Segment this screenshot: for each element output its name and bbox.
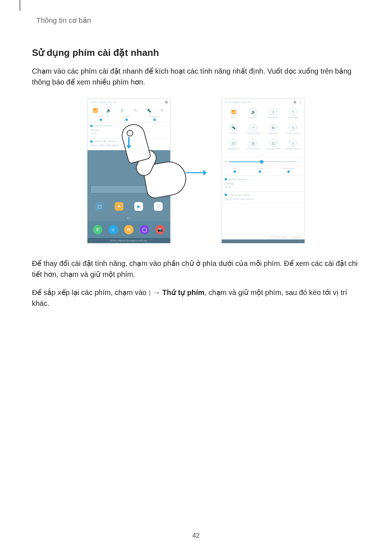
home-dock-row-1: ▢ ✶ ▶ ⠿ [87, 198, 170, 214]
gear-icon[interactable] [165, 100, 168, 104]
airplane-icon[interactable]: ✈ [160, 108, 165, 113]
qs-tile[interactable]: ฿Bluetooth [263, 107, 283, 122]
qs-label: Bluetooth [150, 115, 159, 121]
wifi-icon: 📶 [230, 108, 237, 115]
qs-tile[interactable]: ▣Flashlight [263, 122, 283, 138]
quick-settings-row: 📶 🔊 ฿ ↻ 🔦 ✈ [87, 105, 170, 115]
slider-track[interactable] [229, 161, 297, 162]
nfc-icon: ▦ [250, 139, 257, 147]
qs-tile[interactable]: 🔊Sound [243, 107, 263, 122]
qs-tile[interactable]: 🔦Vibrate [223, 122, 243, 138]
wifi-icon[interactable]: 📶 [93, 108, 98, 113]
slider-knob[interactable] [260, 160, 264, 164]
qs-label: Sound [124, 115, 130, 121]
bluetooth-icon[interactable]: ฿ [120, 108, 125, 113]
home-screen-area: ▢ ✶ ▶ ⠿ • ○ ✆ ☺ ✉ ◯ 📷 SOS or Telecom Eme… [87, 150, 170, 243]
bluetooth-icon: ฿ [270, 108, 277, 115]
qs-tile[interactable]: ⇅Power saving [283, 122, 303, 138]
quick-settings-grid: 📶Wi-Fi 🔊Sound ฿Bluetooth ↻Auto rotate 🔦V… [222, 105, 305, 153]
sim-card[interactable]: Wi-Fi [232, 167, 237, 173]
sim-card[interactable]: Sound [257, 167, 263, 173]
page-indicator: • ○ [87, 214, 170, 221]
rotate-icon[interactable]: ↻ [133, 108, 138, 113]
section-title: Sử dụng phím cài đặt nhanh [32, 47, 360, 58]
qs-tile[interactable]: 📶Wi-Fi [223, 107, 243, 122]
rotate-icon: ↻ [290, 108, 297, 115]
mobile-data-icon: ⇅ [290, 124, 297, 131]
location-icon: ◎ [290, 139, 297, 147]
contacts-app-icon[interactable]: ☺ [109, 225, 118, 234]
performance-icon: ▤ [230, 139, 237, 147]
gear-icon[interactable] [293, 100, 297, 104]
touch-point-icon [127, 130, 133, 136]
page-number: 42 [0, 532, 392, 539]
sound-icon: 🔊 [250, 108, 257, 115]
chevron-down-icon[interactable]: ⌄ [299, 160, 302, 163]
phone-after: 12:45 | Wed, July 19 📶Wi-Fi 🔊Sound ฿Blue… [221, 98, 305, 243]
page-tab-edge [20, 0, 20, 11]
sim-card[interactable]: Mobile data [283, 167, 294, 173]
breadcrumb: Thông tin cơ bản [32, 9, 360, 25]
app-icon[interactable]: ▶ [134, 202, 143, 211]
intro-paragraph: Chạm vào các phím cài đặt nhanh để kích … [32, 66, 360, 87]
sim-cards-row: Wi-Fi Sound Mobile data [222, 166, 305, 176]
browser-app-icon[interactable]: ◯ [140, 225, 149, 234]
brightness-icon: ☀ [225, 160, 227, 163]
quick-settings-labels: Wi-Fi Sound Bluetooth [87, 115, 170, 123]
grid-page-indicator: • ○ [222, 153, 305, 157]
status-bar: 12:45 | Wed, July 19 [222, 99, 305, 105]
finder-search[interactable] [90, 185, 167, 193]
more-icon [149, 291, 150, 295]
messages-app-icon[interactable]: ✉ [124, 225, 134, 234]
home-dock-row-2: ✆ ☺ ✉ ◯ 📷 [87, 221, 170, 238]
qs-tile[interactable]: ↻Auto rotate [283, 107, 303, 122]
flashlight-icon[interactable]: 🔦 [146, 108, 151, 113]
notification-2[interactable]: USB for file transfer Tap for other USB … [222, 192, 305, 204]
notification-1[interactable]: Android System⌄ Meeting 10:30 [222, 176, 305, 192]
brightness-slider[interactable]: ☀ ⌄ [222, 157, 305, 166]
status-time: 12:45 | Wed, July 19 [90, 100, 116, 104]
qs-tile[interactable]: ▦Do not disturb [243, 138, 263, 153]
status-bar: 12:45 | Wed, July 19 [87, 99, 170, 105]
svg-marker-1 [203, 170, 207, 176]
notif-settings-button[interactable]: NOTI. SETTINGS [270, 236, 287, 238]
swipe-down-arrow-icon [128, 137, 130, 146]
arrow-right-icon [185, 161, 207, 181]
more-icon[interactable] [297, 100, 302, 104]
qs-tile[interactable]: ▤Mobile data [223, 138, 243, 153]
clear-all-button[interactable]: CLEAR ALL [291, 236, 302, 238]
emergency-bar: SOS or Telecom Emergency calls only [87, 238, 170, 243]
phone-before: 12:45 | Wed, July 19 📶 🔊 ฿ ↻ 🔦 ✈ Wi-Fi S… [87, 98, 171, 243]
airplane-icon: ✈ [250, 124, 257, 131]
status-time: 12:45 | Wed, July 19 [224, 100, 250, 104]
panel-footer: NOTI. SETTINGS CLEAR ALL [222, 234, 305, 239]
qs-tile[interactable]: ▥Blue light filter [263, 138, 283, 153]
flashlight-icon: 🔦 [230, 124, 237, 131]
sound-icon[interactable]: 🔊 [106, 108, 111, 113]
paragraph-change-settings: Để thay đổi cài đặt tính năng, chạm vào … [32, 258, 360, 280]
power-saving-icon: ▣ [270, 124, 277, 131]
figure-row: 12:45 | Wed, July 19 📶 🔊 ฿ ↻ 🔦 ✈ Wi-Fi S… [32, 98, 360, 243]
app-icon[interactable]: ✶ [115, 202, 123, 211]
qs-label: Wi-Fi [98, 115, 103, 121]
qs-tile[interactable]: ◎Mobile hotspot [283, 138, 303, 153]
blue-light-icon: ▥ [270, 139, 277, 147]
app-icon[interactable]: ▢ [95, 202, 104, 211]
camera-app-icon[interactable]: 📷 [155, 225, 165, 234]
app-icon[interactable]: ⠿ [154, 202, 163, 211]
nav-bar-strip [222, 239, 305, 243]
phone-app-icon[interactable]: ✆ [93, 225, 102, 234]
paragraph-reorder: Để sắp xếp lại các phím, chạm vào → Thứ … [32, 287, 360, 309]
qs-tile[interactable]: ✈Airplane mode [243, 122, 263, 138]
